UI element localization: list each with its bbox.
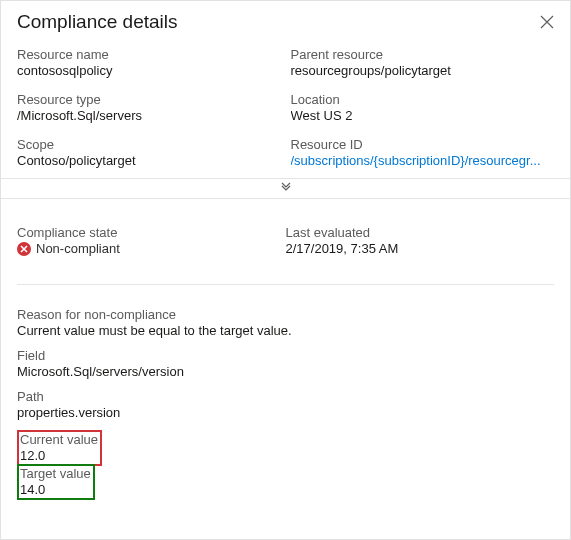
chevron-up-icon (280, 181, 292, 196)
compliance-section: Compliance state Non-compliant Last eval… (1, 199, 570, 266)
resource-id-field: Resource ID /subscriptions/{subscription… (291, 137, 555, 168)
last-evaluated-field: Last evaluated 2/17/2019, 7:35 AM (286, 225, 555, 256)
parent-resource-field: Parent resource resourcegroups/policytar… (291, 47, 555, 78)
close-icon[interactable] (540, 15, 554, 29)
location-field: Location West US 2 (291, 92, 555, 123)
scope-label: Scope (17, 137, 281, 152)
resource-type-label: Resource type (17, 92, 281, 107)
compliance-details-panel: Compliance details Resource name contoso… (0, 0, 571, 540)
target-value-value: 14.0 (20, 482, 91, 497)
panel-title: Compliance details (17, 11, 178, 33)
last-evaluated-label: Last evaluated (286, 225, 555, 240)
location-label: Location (291, 92, 555, 107)
field-field: Field Microsoft.Sql/servers/version (17, 348, 554, 379)
reason-field: Reason for non-compliance Current value … (17, 307, 554, 338)
path-value: properties.version (17, 405, 554, 420)
resource-id-label: Resource ID (291, 137, 555, 152)
field-label: Field (17, 348, 554, 363)
resource-name-value: contososqlpolicy (17, 63, 281, 78)
path-field: Path properties.version (17, 389, 554, 420)
field-value: Microsoft.Sql/servers/version (17, 364, 554, 379)
scope-field: Scope Contoso/policytarget (17, 137, 281, 168)
location-value: West US 2 (291, 108, 555, 123)
parent-resource-value: resourcegroups/policytarget (291, 63, 555, 78)
compliance-state-field: Compliance state Non-compliant (17, 225, 286, 256)
target-value-label: Target value (20, 466, 91, 481)
parent-resource-label: Parent resource (291, 47, 555, 62)
compliance-state-label: Compliance state (17, 225, 286, 240)
reason-value: Current value must be equal to the targe… (17, 323, 554, 338)
reason-label: Reason for non-compliance (17, 307, 554, 322)
error-icon (17, 242, 31, 256)
resource-name-field: Resource name contososqlpolicy (17, 47, 281, 78)
current-value-value: 12.0 (20, 448, 98, 463)
current-value-box: Current value 12.0 (17, 430, 102, 466)
compliance-state-value-row: Non-compliant (17, 241, 286, 256)
scope-value: Contoso/policytarget (17, 153, 281, 168)
resource-type-field: Resource type /Microsoft.Sql/servers (17, 92, 281, 123)
reason-section: Reason for non-compliance Current value … (1, 285, 570, 500)
last-evaluated-value: 2/17/2019, 7:35 AM (286, 241, 555, 256)
collapse-toggle[interactable] (1, 178, 570, 199)
target-value-box: Target value 14.0 (17, 464, 95, 500)
resource-type-value: /Microsoft.Sql/servers (17, 108, 281, 123)
resource-id-link[interactable]: /subscriptions/{subscriptionID}/resource… (291, 153, 555, 168)
details-grid: Resource name contososqlpolicy Parent re… (1, 41, 570, 178)
current-value-label: Current value (20, 432, 98, 447)
resource-name-label: Resource name (17, 47, 281, 62)
path-label: Path (17, 389, 554, 404)
compliance-state-value: Non-compliant (36, 241, 120, 256)
panel-header: Compliance details (1, 1, 570, 41)
